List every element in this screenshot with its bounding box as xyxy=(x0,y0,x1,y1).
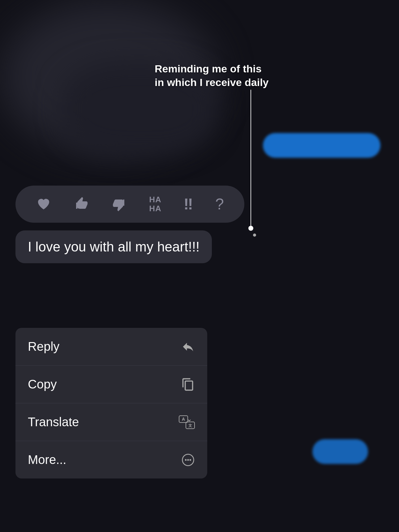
annotation-dot-small xyxy=(253,234,256,237)
annotation-dot xyxy=(248,226,253,231)
more-icon xyxy=(181,453,195,467)
thumbs-up-reaction[interactable] xyxy=(74,196,89,212)
blurred-blue-bubble-bottom xyxy=(312,439,368,464)
copy-icon xyxy=(181,378,195,391)
blurred-blue-bubble-top xyxy=(263,133,380,158)
translate-label: Translate xyxy=(28,415,79,429)
copy-menu-item[interactable]: Copy xyxy=(15,366,207,403)
more-menu-item[interactable]: More... xyxy=(15,441,207,478)
question-reaction[interactable]: ? xyxy=(215,195,224,213)
more-label: More... xyxy=(28,453,66,467)
translate-icon: A 文 xyxy=(179,415,195,429)
copy-label: Copy xyxy=(28,377,57,391)
thumbs-down-reaction[interactable] xyxy=(111,196,127,212)
annotation-text: Reminding me of this in which I receive … xyxy=(155,62,269,89)
svg-point-7 xyxy=(190,459,191,461)
reaction-bar: HAHA ‼ ? xyxy=(15,186,244,223)
translate-menu-item[interactable]: Translate A 文 xyxy=(15,403,207,441)
svg-text:文: 文 xyxy=(188,423,192,428)
message-text: I love you with all my heart!!! xyxy=(28,239,200,254)
annotation-line xyxy=(251,90,251,229)
reply-icon xyxy=(181,340,195,354)
context-menu: Reply Copy Translate A 文 xyxy=(15,328,207,478)
message-bubble: I love you with all my heart!!! xyxy=(15,230,212,263)
reply-label: Reply xyxy=(28,340,59,354)
svg-point-6 xyxy=(187,459,189,461)
haha-reaction[interactable]: HAHA xyxy=(149,195,161,213)
exclamation-reaction[interactable]: ‼ xyxy=(184,195,193,213)
svg-text:A: A xyxy=(182,417,185,422)
heart-reaction[interactable] xyxy=(36,196,51,212)
svg-point-5 xyxy=(185,459,187,461)
reply-menu-item[interactable]: Reply xyxy=(15,328,207,366)
